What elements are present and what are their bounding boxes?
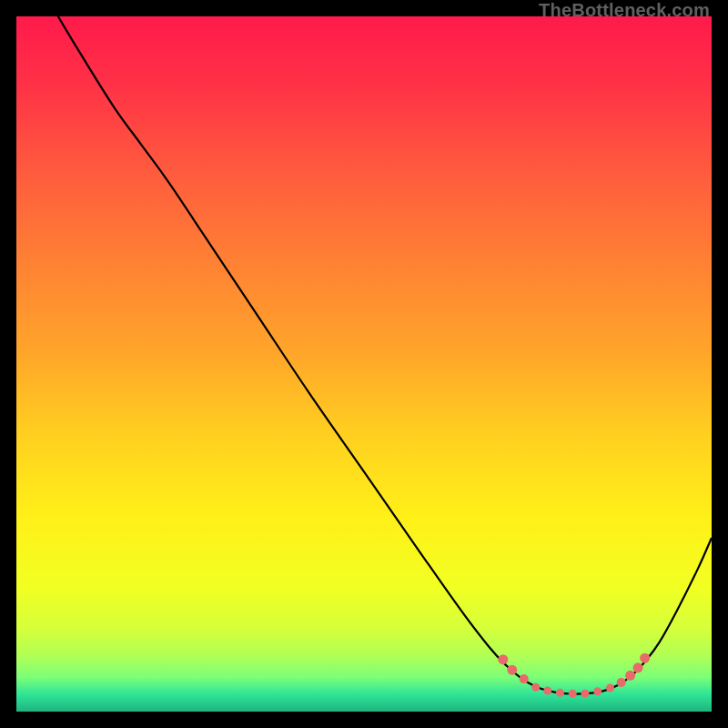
plot-area xyxy=(16,16,712,712)
data-point xyxy=(593,687,602,695)
data-point xyxy=(606,684,614,693)
bottleneck-chart xyxy=(16,16,712,712)
data-point xyxy=(633,662,643,672)
data-point xyxy=(581,690,589,698)
data-point xyxy=(640,653,650,663)
data-point xyxy=(556,689,564,697)
data-point xyxy=(507,665,517,675)
data-point xyxy=(520,674,529,683)
data-point xyxy=(531,683,540,692)
data-point xyxy=(625,671,635,681)
gradient-background xyxy=(16,16,712,712)
data-point xyxy=(569,690,577,698)
chart-container: TheBottleneck.com xyxy=(0,0,728,728)
data-point xyxy=(543,687,551,695)
data-point xyxy=(617,678,626,687)
data-point xyxy=(498,654,508,664)
watermark-text: TheBottleneck.com xyxy=(539,0,710,21)
